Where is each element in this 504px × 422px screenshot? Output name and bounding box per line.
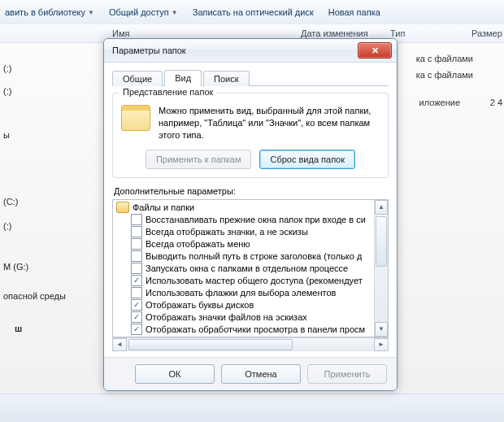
dialog-title: Параметры папок: [112, 46, 186, 55]
dialog-titlebar[interactable]: Параметры папок ✕: [104, 39, 397, 63]
scroll-right-button[interactable]: ►: [374, 338, 389, 351]
scroll-up-button[interactable]: ▲: [375, 200, 388, 215]
explorer-statusbar: [0, 394, 504, 422]
toolbar-new-folder-label: Новая папка: [328, 7, 380, 17]
advanced-option-label: Отображать буквы дисков: [146, 300, 254, 310]
nav-fragment[interactable]: (C:): [3, 197, 18, 207]
checkbox[interactable]: [131, 263, 142, 274]
nav-fragment: ш: [15, 324, 22, 333]
cancel-button[interactable]: Отмена: [221, 364, 301, 384]
toolbar-burn-label: Записать на оптический диск: [193, 7, 314, 17]
apply-button: Применить: [307, 364, 387, 384]
file-type-fragment: ка с файлами: [416, 54, 473, 63]
nav-fragment[interactable]: ы: [3, 130, 10, 140]
dialog-footer: ОК Отмена Применить: [104, 357, 397, 390]
nav-fragment[interactable]: (:): [3, 86, 11, 96]
folder-options-dialog: Параметры папок ✕ Общие Вид Поиск Предст…: [103, 38, 398, 391]
nav-fragment[interactable]: M (G:): [3, 262, 28, 272]
tab-search[interactable]: Поиск: [203, 71, 249, 86]
advanced-option[interactable]: Использовать мастер общего доступа (реко…: [116, 275, 372, 287]
checkbox[interactable]: [131, 311, 142, 323]
column-size[interactable]: Размер: [471, 28, 502, 38]
checkbox[interactable]: [131, 287, 142, 298]
advanced-option-label: Запускать окна с папками в отдельном про…: [146, 263, 348, 273]
advanced-option[interactable]: Восстанавливать прежние окна папок при в…: [116, 214, 372, 226]
advanced-option[interactable]: Запускать окна с папками в отдельном про…: [116, 263, 372, 275]
advanced-option-label: Использовать мастер общего доступа (реко…: [146, 276, 363, 285]
ok-button[interactable]: ОК: [135, 364, 215, 384]
column-date[interactable]: Дата изменения: [301, 28, 368, 38]
tab-view[interactable]: Вид: [164, 70, 202, 86]
folder-icon: [116, 202, 129, 213]
scroll-left-button[interactable]: ◄: [112, 338, 127, 351]
tab-bar: Общие Вид Поиск: [112, 67, 389, 86]
toolbar-burn[interactable]: Записать на оптический диск: [193, 7, 314, 17]
horizontal-scrollbar[interactable]: ◄ ►: [112, 337, 389, 351]
nav-fragment[interactable]: (:): [3, 221, 11, 231]
explorer-toolbar: авить в библиотеку▼ Общий доступ▼ Записа…: [0, 0, 504, 25]
file-type-fragment: ка с файлами: [416, 70, 473, 80]
checkbox[interactable]: [131, 324, 142, 335]
folder-view-group: Представление папок Можно применить вид,…: [112, 93, 389, 178]
advanced-settings-box: Файлы и папкиВосстанавливать прежние окн…: [112, 199, 389, 337]
nav-fragment[interactable]: опасной среды: [3, 291, 66, 301]
advanced-option-label: Отображать значки файлов на эскизах: [146, 312, 307, 322]
scroll-down-button[interactable]: ▼: [375, 322, 388, 337]
toolbar-share[interactable]: Общий доступ▼: [109, 7, 178, 17]
checkbox[interactable]: [131, 214, 142, 225]
advanced-root: Файлы и папки: [116, 202, 372, 214]
checkbox[interactable]: [131, 275, 142, 286]
checkbox[interactable]: [131, 226, 142, 237]
scroll-thumb[interactable]: [128, 339, 293, 350]
scroll-track[interactable]: [127, 338, 374, 351]
checkbox[interactable]: [131, 299, 142, 311]
advanced-option-label: Отображать обработчики просмотра в панел…: [146, 324, 365, 334]
chevron-down-icon: ▼: [172, 9, 178, 16]
advanced-option[interactable]: Всегда отображать меню: [116, 238, 372, 250]
advanced-option[interactable]: Отображать значки файлов на эскизах: [116, 311, 372, 324]
toolbar-add-to-library-label: авить в библиотеку: [5, 7, 85, 17]
vertical-scrollbar[interactable]: ▲ ▼: [374, 200, 388, 337]
close-icon: ✕: [371, 46, 379, 55]
reset-folders-button[interactable]: Сброс вида папок: [259, 150, 355, 169]
advanced-option-label: Восстанавливать прежние окна папок при в…: [146, 215, 366, 224]
group-description: Можно применить вид, выбранный для этой …: [159, 105, 380, 141]
advanced-label: Дополнительные параметры:: [114, 186, 389, 196]
advanced-option-label: Всегда отображать значки, а не эскизы: [146, 227, 308, 237]
advanced-option[interactable]: Выводить полный путь в строке заголовка …: [116, 250, 372, 263]
toolbar-new-folder[interactable]: Новая папка: [328, 7, 380, 17]
scroll-track[interactable]: [375, 215, 388, 322]
advanced-option-label: Использовать флажки для выбора элементов: [146, 288, 336, 298]
advanced-settings-list[interactable]: Файлы и папкиВосстанавливать прежние окн…: [113, 200, 374, 337]
column-name[interactable]: Имя: [112, 28, 129, 38]
advanced-option-label: Выводить полный путь в строке заголовка …: [146, 251, 362, 261]
file-type-fragment: иложение: [419, 98, 461, 107]
column-type[interactable]: Тип: [390, 28, 405, 38]
advanced-option-label: Всегда отображать меню: [146, 239, 250, 249]
advanced-root-label: Файлы и папки: [133, 202, 194, 212]
apply-to-folders-button: Применить к папкам: [146, 150, 252, 169]
chevron-down-icon: ▼: [88, 9, 94, 16]
advanced-option[interactable]: Использовать флажки для выбора элементов: [116, 287, 372, 299]
checkbox[interactable]: [131, 250, 142, 262]
advanced-option[interactable]: Отображать обработчики просмотра в панел…: [116, 324, 372, 336]
advanced-option[interactable]: Отображать буквы дисков: [116, 299, 372, 311]
folder-icon: [121, 105, 150, 131]
tab-general[interactable]: Общие: [112, 71, 163, 86]
advanced-option[interactable]: Всегда отображать значки, а не эскизы: [116, 226, 372, 238]
checkbox[interactable]: [131, 238, 142, 250]
scroll-thumb[interactable]: [376, 216, 387, 267]
group-legend: Представление папок: [119, 87, 216, 97]
toolbar-add-to-library[interactable]: авить в библиотеку▼: [5, 7, 94, 17]
file-size-fragment: 2 4: [490, 98, 502, 107]
close-button[interactable]: ✕: [358, 42, 392, 59]
nav-fragment[interactable]: (:): [3, 63, 11, 73]
toolbar-share-label: Общий доступ: [109, 7, 169, 17]
